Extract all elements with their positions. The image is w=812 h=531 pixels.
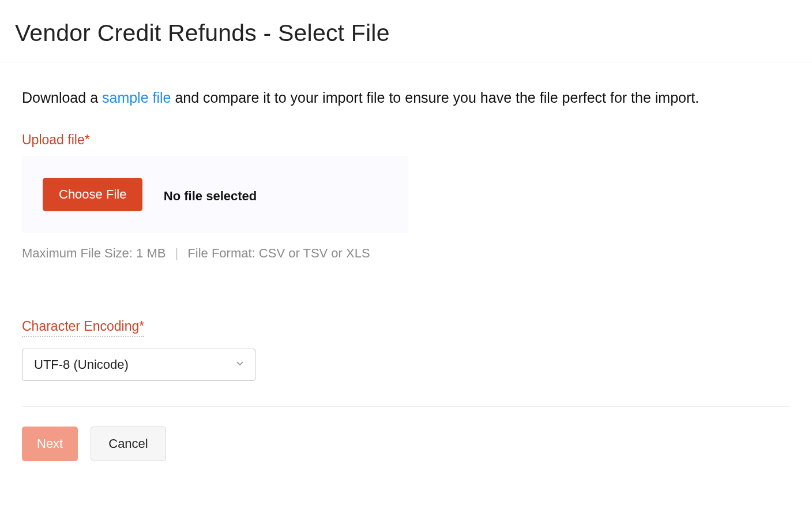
upload-hint: Maximum File Size: 1 MB | File Format: C… [22, 246, 790, 261]
footer-divider [22, 406, 790, 407]
character-encoding-label: Character Encoding* [22, 319, 144, 337]
hint-max-size: Maximum File Size: 1 MB [22, 246, 166, 260]
intro-prefix: Download a [22, 89, 102, 106]
required-asterisk: * [139, 319, 144, 334]
character-encoding-selected-value: UTF-8 (Unicode) [34, 357, 129, 372]
no-file-selected-text: No file selected [164, 189, 257, 204]
character-encoding-label-text: Character Encoding [22, 319, 139, 334]
page-header: Vendor Credit Refunds - Select File [0, 0, 812, 62]
chevron-down-icon [235, 357, 245, 372]
cancel-button[interactable]: Cancel [91, 427, 166, 461]
intro-text: Download a sample file and compare it to… [22, 87, 772, 109]
page-title: Vendor Credit Refunds - Select File [15, 20, 797, 47]
choose-file-button[interactable]: Choose File [43, 178, 142, 211]
character-encoding-select-wrap: UTF-8 (Unicode) [22, 349, 255, 381]
sample-file-link[interactable]: sample file [102, 89, 171, 106]
hint-file-format: File Format: CSV or TSV or XLS [187, 246, 370, 260]
page-content: Download a sample file and compare it to… [0, 62, 812, 461]
required-asterisk: * [85, 132, 90, 147]
upload-file-label-text: Upload file [22, 132, 85, 147]
hint-divider: | [175, 246, 179, 261]
intro-suffix: and compare it to your import file to en… [171, 89, 699, 106]
upload-file-label: Upload file* [22, 132, 790, 148]
upload-box: Choose File No file selected [22, 156, 408, 233]
character-encoding-select[interactable]: UTF-8 (Unicode) [22, 349, 255, 381]
character-encoding-section: Character Encoding* UTF-8 (Unicode) [22, 296, 790, 381]
footer-actions: Next Cancel [22, 427, 790, 461]
next-button[interactable]: Next [22, 427, 78, 461]
